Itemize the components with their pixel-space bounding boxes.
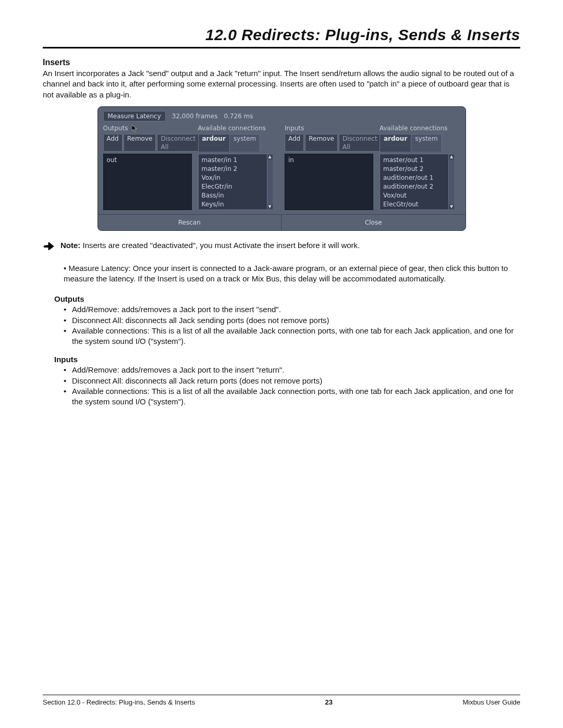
outputs-bullets: •Add/Remove: adds/removes a Jack port to… [64,304,520,347]
out-tab-system[interactable]: system [230,134,260,152]
inputs-bullets: •Add/Remove: adds/removes a Jack port to… [64,365,520,407]
pointing-hand-icon [43,241,55,253]
inputs-add-button[interactable]: Add [285,134,304,152]
inputs-connections-list[interactable]: master/out 1 master/out 2 auditioner/out… [380,154,448,209]
outputs-port-list[interactable]: out [103,154,192,210]
outputs-connections-list[interactable]: master/in 1 master/in 2 Vox/in ElecGtr/i… [199,154,267,209]
scroll-down-icon[interactable]: ▼ [267,204,273,209]
close-button[interactable]: Close [282,215,466,230]
available-connections-label-out: Available connections [198,125,273,132]
in-tab-ardour[interactable]: ardour [380,134,411,152]
inputs-subheading: Inputs [54,355,520,364]
outputs-subheading: Outputs [54,294,520,303]
rescan-button[interactable]: Rescan [98,215,282,230]
ms-readout: 0.726 ms [224,113,253,120]
page-number: 23 [325,698,332,706]
page-title: 12.0 Redirects: Plug-ins, Sends & Insert… [43,26,520,48]
scroll-up-icon[interactable]: ▲ [449,154,454,159]
cursor-icon [132,125,138,134]
scrollbar-out[interactable]: ▲ ▼ [267,154,273,209]
note: Note: Inserts are created "deactivated",… [60,240,360,251]
outputs-add-button[interactable]: Add [103,134,123,152]
insert-dialog: Measure Latency 32,000 frames 0.726 ms O… [97,106,466,231]
measure-latency-paragraph: • Measure Latency: Once your insert is c… [64,263,520,285]
footer-left: Section 12.0 - Redirects: Plug-ins, Send… [43,698,195,706]
inputs-label: Inputs [285,125,373,132]
outputs-label: Outputs [103,125,192,132]
footer-right: Mixbus User Guide [462,698,520,706]
outputs-disconnect-all-button[interactable]: Disconnect All [157,134,199,152]
in-tab-system[interactable]: system [411,134,442,152]
scrollbar-in[interactable]: ▲ ▼ [448,154,454,209]
frames-readout: 32,000 frames [172,113,218,120]
measure-latency-button[interactable]: Measure Latency [103,111,166,121]
inputs-remove-button[interactable]: Remove [305,134,338,152]
inserts-heading: Inserts [43,58,520,67]
inserts-body: An Insert incorporates a Jack "send" out… [43,68,520,100]
outputs-remove-button[interactable]: Remove [124,134,156,152]
inputs-port-list[interactable]: in [285,154,373,210]
available-connections-label-in: Available connections [380,125,454,132]
scroll-down-icon[interactable]: ▼ [449,204,454,209]
out-tab-ardour[interactable]: ardour [198,134,230,152]
scroll-up-icon[interactable]: ▲ [267,154,273,159]
inputs-disconnect-all-button[interactable]: Disconnect All [339,134,381,152]
page-footer: Section 12.0 - Redirects: Plug-ins, Send… [43,695,520,706]
